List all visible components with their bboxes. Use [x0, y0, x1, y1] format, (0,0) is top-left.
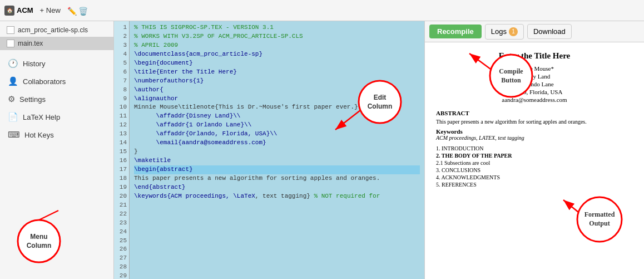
file-name-cls: acm_proc_article-sp.cls: [18, 26, 88, 34]
preview-keywords-text: ACM proceedings, LATEX, text tagging: [436, 135, 633, 141]
file-item-tex[interactable]: main.tex: [0, 37, 113, 50]
sidebar-item-hotkeys[interactable]: ⌨ Hot Keys: [0, 126, 113, 144]
preview-affiliation3: Orlando, Florida, USA: [436, 89, 633, 95]
code-line-22: }: [134, 148, 420, 156]
latex-help-icon: 📄: [8, 112, 18, 122]
preview-author: Minnie Mouse*: [436, 65, 633, 72]
pencil-icon[interactable]: ✏️: [67, 7, 75, 14]
toc-item: 4. ACKNOWLEDGMENTS: [436, 174, 633, 180]
nav-section: 🕐 History 👤 Collaborators ⚙ Settings 📄 L…: [0, 52, 113, 146]
code-line-25: \maketitle: [134, 156, 420, 165]
trash-icon[interactable]: 🗑️: [78, 7, 86, 14]
svg-text:Formatted: Formatted: [584, 211, 615, 218]
acm-logo: 🏠 ACM: [4, 6, 33, 16]
svg-line-3: [39, 211, 58, 220]
code-line-18: \affaddr{Disney Land}\\: [134, 112, 420, 121]
hotkeys-icon: ⌨: [8, 130, 20, 140]
logs-label: Logs: [491, 27, 507, 36]
settings-icon: ⚙: [8, 94, 15, 104]
code-line-2: % WORKS WITH V3.2SP OF ACM_PROC_ARTICLE-…: [134, 32, 420, 41]
preview-keywords-title: Keywords: [436, 128, 633, 135]
code-line-1: % THIS IS SIGPROC-SP.TEX - VERSION 3.1: [134, 23, 420, 32]
code-line-6: \documentclass{acm_proc_article-sp}: [134, 50, 420, 59]
download-button[interactable]: Download: [527, 24, 572, 39]
preview-content: Compile Button Formatted Output: [425, 42, 644, 279]
toc-item: 5. REFERENCES: [436, 182, 633, 188]
svg-text:Column: Column: [27, 242, 52, 249]
menu-arrow-svg: Menu Column: [8, 208, 75, 263]
preview-abstract-text: This paper presents a new algorithm for …: [436, 119, 633, 125]
code-line-28: \end{abstract}: [134, 183, 420, 192]
formatted-output-annotation: Formatted Output: [555, 189, 638, 246]
settings-label: Settings: [19, 95, 46, 104]
hotkeys-label: Hot Keys: [24, 131, 54, 139]
file-item-cls[interactable]: acm_proc_article-sp.cls: [0, 23, 113, 37]
code-line-17: Minnie Mouse\titlenote{This is Dr.~Mouse…: [134, 103, 420, 112]
code-line-30: \keywords{ACM proceedings, \LaTeX, text …: [134, 192, 420, 201]
logs-button[interactable]: Logs 1: [485, 24, 524, 40]
preview-toc: 1. INTRODUCTION2. THE BODY OF THE PAPER2…: [436, 145, 633, 188]
svg-text:Output: Output: [589, 219, 610, 227]
formatted-arrow-svg: Formatted Output: [555, 189, 638, 244]
sidebar-item-history[interactable]: 🕐 History: [0, 55, 113, 72]
code-line-27: This paper presents a new algorithm for …: [134, 174, 420, 183]
svg-line-18: [563, 200, 578, 212]
code-line-20: \affaddr{Orlando, Florida, USA}\\: [134, 130, 420, 139]
editor-area: 1234567891011121314151617181920212223242…: [114, 21, 424, 279]
new-button[interactable]: + New: [37, 5, 64, 16]
new-label: + New: [40, 6, 61, 14]
preview-title: Enter the Title Here: [436, 51, 633, 61]
logs-badge: 1: [509, 27, 518, 36]
sidebar: acm_proc_article-sp.cls main.tex 🕐 Histo…: [0, 21, 114, 279]
sidebar-item-latex-help[interactable]: 📄 LaTeX Help: [0, 108, 113, 126]
sidebar-item-collaborators[interactable]: 👤 Collaborators: [0, 72, 113, 90]
toc-item: 2. THE BODY OF THE PAPER: [436, 153, 633, 159]
code-line-26: \begin{abstract}: [134, 165, 420, 174]
file-name-tex: main.tex: [18, 40, 43, 47]
main-layout: acm_proc_article-sp.cls main.tex 🕐 Histo…: [0, 21, 644, 279]
preview-email: aandra@someaddress.com: [436, 96, 633, 103]
top-bar-left: 🏠 ACM + New ✏️ 🗑️: [4, 5, 86, 16]
code-line-21: \email{aandra@someaddress.com}: [134, 139, 420, 148]
collaborators-label: Collaborators: [23, 77, 66, 86]
svg-point-0: [18, 220, 60, 262]
toc-item: 3. CONCLUSIONS: [436, 167, 633, 173]
file-icon-cls: [7, 26, 14, 34]
collaborators-icon: 👤: [8, 76, 18, 86]
history-icon: 🕐: [8, 58, 18, 68]
history-label: History: [23, 60, 45, 68]
top-bar: 🏠 ACM + New ✏️ 🗑️: [0, 0, 644, 21]
editor-content[interactable]: 1234567891011121314151617181920212223242…: [114, 21, 424, 279]
menu-column-annotation: Menu Column: [8, 208, 75, 265]
preview-area: Recompile Logs 1 Download Compile Bu: [424, 21, 644, 279]
file-list: acm_proc_article-sp.cls main.tex: [0, 21, 113, 52]
code-line-19: \affaddr{1 Orlando Lane}\\: [134, 121, 420, 130]
code-line-3: % APRIL 2009: [134, 41, 420, 50]
preview-toolbar: Recompile Logs 1 Download: [425, 21, 644, 42]
code-line-15: \author{: [134, 86, 420, 95]
preview-affiliation1: Disney Land: [436, 73, 633, 80]
code-line-8: \begin{document}: [134, 59, 420, 68]
home-icon: 🏠: [4, 6, 14, 16]
sidebar-item-settings[interactable]: ⚙ Settings: [0, 90, 113, 108]
svg-point-15: [577, 197, 622, 242]
toc-item: 1. INTRODUCTION: [436, 145, 633, 151]
code-content[interactable]: % THIS IS SIGPROC-SP.TEX - VERSION 3.1% …: [130, 21, 424, 279]
toc-item: 2.1 Subsections are cool: [436, 160, 633, 166]
file-icon-tex: [7, 40, 14, 47]
preview-abstract-title: ABSTRACT: [436, 110, 633, 116]
svg-text:Menu: Menu: [30, 233, 47, 241]
code-line-10: \title{Enter the Title Here}: [134, 68, 420, 77]
preview-affiliation2: 1 Orlando Lane: [436, 81, 633, 87]
code-line-14: \numberofauthors{1}: [134, 77, 420, 86]
code-line-16: \alignauthor: [134, 95, 420, 104]
recompile-button[interactable]: Recompile: [429, 25, 482, 38]
author-name: Minnie Mouse*: [515, 65, 554, 72]
latex-help-label: LaTeX Help: [23, 113, 60, 121]
line-numbers: 1234567891011121314151617181920212223242…: [114, 21, 130, 279]
app-title: ACM: [17, 6, 33, 14]
